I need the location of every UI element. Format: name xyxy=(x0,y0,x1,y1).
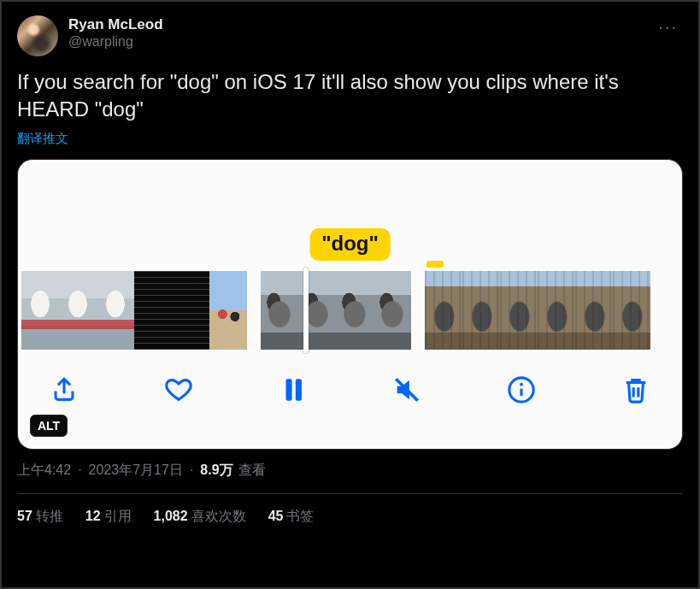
svg-point-3 xyxy=(520,382,523,386)
tweet-date[interactable]: 2023年7月17日 xyxy=(89,462,183,480)
media-attachment[interactable]: "dog" xyxy=(17,159,683,450)
delete-button[interactable] xyxy=(619,373,653,407)
svg-rect-0 xyxy=(285,379,291,401)
clip-thumbnail-group xyxy=(425,271,650,350)
views-label: 查看 xyxy=(238,462,266,480)
playhead[interactable] xyxy=(303,268,309,353)
tweet-text: If you search for "dog" on iOS 17 it'll … xyxy=(17,68,683,124)
retweets-stat[interactable]: 57转推 xyxy=(17,508,63,526)
media-toolbar xyxy=(18,368,682,411)
heart-icon xyxy=(164,375,193,404)
clip-thumbnail-group xyxy=(21,271,247,350)
user-handle[interactable]: @warpling xyxy=(68,33,163,50)
like-button[interactable] xyxy=(162,373,196,407)
clip-thumbnail-group xyxy=(261,271,411,350)
alt-badge[interactable]: ALT xyxy=(30,415,68,437)
tweet-time[interactable]: 上午4:42 xyxy=(17,462,71,480)
more-options-button[interactable]: ··· xyxy=(653,14,683,40)
info-button[interactable] xyxy=(504,373,538,407)
translate-link[interactable]: 翻译推文 xyxy=(17,131,683,147)
share-icon xyxy=(50,375,79,404)
avatar[interactable] xyxy=(17,15,58,56)
tweet-meta: 上午4:42 · 2023年7月17日 · 8.9万 查看 xyxy=(17,462,683,480)
views-count[interactable]: 8.9万 xyxy=(200,462,232,480)
tweet-header: Ryan McLeod @warpling ··· xyxy=(17,15,683,56)
speaker-muted-icon xyxy=(392,375,421,404)
trash-icon xyxy=(621,375,650,404)
caption-tick xyxy=(426,261,444,268)
quotes-stat[interactable]: 12引用 xyxy=(85,508,132,526)
display-name[interactable]: Ryan McLeod xyxy=(68,15,163,33)
likes-stat[interactable]: 1,082喜欢次数 xyxy=(154,508,246,526)
info-icon xyxy=(507,375,536,404)
caption-highlight: "dog" xyxy=(309,228,391,261)
tweet-container: { "author": { "display_name": "Ryan McLe… xyxy=(0,0,700,589)
pause-button[interactable] xyxy=(276,373,310,407)
svg-rect-1 xyxy=(295,379,301,401)
mute-button[interactable] xyxy=(390,373,424,407)
video-scrubber[interactable] xyxy=(18,271,682,350)
share-button[interactable] xyxy=(47,373,81,407)
engagement-stats: 57转推 12引用 1,082喜欢次数 45书签 xyxy=(17,494,683,526)
pause-icon xyxy=(279,375,308,404)
bookmarks-stat[interactable]: 45书签 xyxy=(268,508,315,526)
